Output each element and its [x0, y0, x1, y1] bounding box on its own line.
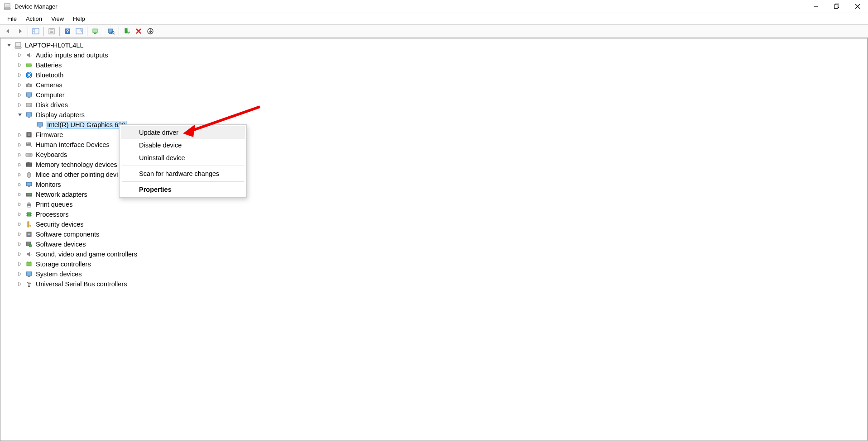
svg-point-89: [27, 282, 28, 283]
expand-icon[interactable]: [17, 142, 23, 148]
tree-category[interactable]: Security devices: [4, 219, 867, 229]
audio-icon: [25, 51, 33, 59]
tree-category[interactable]: Computer: [4, 90, 867, 100]
menu-help[interactable]: Help: [68, 14, 90, 24]
enable-device-button[interactable]: [121, 26, 132, 37]
update-driver-button[interactable]: [90, 26, 101, 37]
help-button[interactable]: ?: [62, 26, 73, 37]
collapse-icon[interactable]: [17, 112, 23, 118]
properties-button[interactable]: [46, 26, 57, 37]
tree-category[interactable]: Universal Serial Bus controllers: [4, 279, 867, 289]
expand-icon[interactable]: [17, 82, 23, 88]
tree-category-expanded[interactable]: Display adapters: [4, 110, 867, 120]
expand-icon[interactable]: [17, 62, 23, 68]
show-hide-tree-button[interactable]: [30, 26, 41, 37]
expand-icon[interactable]: [17, 261, 23, 267]
svg-rect-32: [31, 65, 32, 66]
tree-category[interactable]: Audio inputs and outputs: [4, 50, 867, 60]
category-label: Firmware: [35, 131, 64, 138]
svg-rect-31: [26, 64, 31, 66]
tree-category[interactable]: Print queues: [4, 199, 867, 209]
context-disable-device[interactable]: Disable device: [121, 139, 245, 152]
svg-rect-83: [26, 272, 32, 275]
svg-rect-68: [27, 213, 31, 216]
tree-category[interactable]: Software components: [4, 229, 867, 239]
category-label: Audio inputs and outputs: [35, 52, 109, 59]
category-label: Disk drives: [35, 101, 69, 109]
toolbar-separator: [103, 27, 103, 36]
tree-category[interactable]: Disk drives: [4, 100, 867, 110]
svg-rect-38: [28, 97, 30, 98]
context-scan-hardware[interactable]: Scan for hardware changes: [121, 167, 245, 180]
expand-icon[interactable]: [17, 152, 23, 158]
context-menu: Update driver Disable device Uninstall d…: [119, 124, 247, 198]
svg-rect-37: [26, 93, 32, 96]
category-label: Network adapters: [35, 191, 88, 198]
svg-rect-2: [4, 8, 10, 9]
svg-rect-73: [28, 222, 29, 227]
disable-device-button[interactable]: [145, 26, 156, 37]
scan-hardware-button[interactable]: [106, 26, 116, 37]
expand-icon[interactable]: [17, 271, 23, 277]
svg-rect-90: [30, 283, 31, 284]
expand-icon[interactable]: [17, 181, 23, 188]
svg-rect-47: [26, 142, 31, 146]
forward-button[interactable]: [14, 26, 25, 37]
maximize-button[interactable]: [826, 0, 847, 13]
uninstall-device-button[interactable]: [133, 26, 144, 37]
svg-rect-84: [28, 276, 30, 277]
back-button[interactable]: [3, 26, 14, 37]
svg-rect-60: [26, 182, 32, 186]
expand-icon[interactable]: [17, 221, 23, 228]
tree-root[interactable]: LAPTOP-HL0TL4LL: [4, 40, 867, 50]
tree-category[interactable]: Storage controllers: [4, 259, 867, 269]
tree-category[interactable]: Batteries: [4, 60, 867, 70]
menu-view[interactable]: View: [47, 14, 68, 24]
expand-icon[interactable]: [17, 251, 23, 257]
svg-line-50: [31, 146, 32, 147]
context-uninstall-device[interactable]: Uninstall device: [121, 152, 245, 164]
expand-icon[interactable]: [17, 72, 23, 78]
device-tree-panel: LAPTOP-HL0TL4LL Audio inputs and outputs…: [0, 38, 868, 441]
context-properties[interactable]: Properties: [121, 183, 245, 196]
minimize-button[interactable]: [806, 0, 826, 13]
context-separator: [122, 181, 244, 182]
monitor-icon: [25, 180, 33, 189]
tree-category[interactable]: Bluetooth: [4, 70, 867, 80]
menu-file[interactable]: File: [3, 14, 21, 24]
category-label: Security devices: [35, 221, 85, 228]
expand-icon[interactable]: [17, 231, 23, 237]
tree-category[interactable]: System devices: [4, 269, 867, 279]
expand-icon[interactable]: [17, 161, 23, 168]
expand-icon[interactable]: [17, 92, 23, 98]
expand-icon[interactable]: [17, 281, 23, 287]
expand-icon[interactable]: [17, 132, 23, 138]
category-label: Bluetooth: [35, 71, 64, 79]
expand-icon[interactable]: [17, 52, 23, 58]
tree-category[interactable]: Sound, video and game controllers: [4, 249, 867, 259]
category-label: Computer: [35, 91, 66, 99]
expand-icon[interactable]: [17, 211, 23, 218]
category-label: Processors: [35, 211, 70, 218]
context-update-driver[interactable]: Update driver: [121, 126, 245, 139]
tree-category[interactable]: Software devices: [4, 239, 867, 249]
svg-rect-79: [27, 262, 31, 266]
tree-category[interactable]: Cameras: [4, 80, 867, 90]
action-button[interactable]: [74, 26, 85, 37]
category-label: Batteries: [35, 62, 62, 69]
close-button[interactable]: [847, 0, 868, 13]
menu-action[interactable]: Action: [21, 14, 47, 24]
svg-rect-36: [28, 83, 29, 84]
memory-icon: [25, 161, 33, 169]
svg-rect-49: [29, 143, 29, 144]
expand-icon[interactable]: [17, 241, 23, 247]
expand-icon[interactable]: [17, 201, 23, 208]
expand-icon[interactable]: [17, 191, 23, 198]
display-icon: [25, 111, 33, 119]
expand-icon[interactable]: [17, 171, 23, 178]
svg-rect-5: [834, 5, 838, 9]
expand-icon[interactable]: [6, 42, 12, 48]
expand-icon[interactable]: [17, 102, 23, 108]
tree-category[interactable]: Processors: [4, 209, 867, 219]
svg-rect-25: [125, 28, 127, 33]
